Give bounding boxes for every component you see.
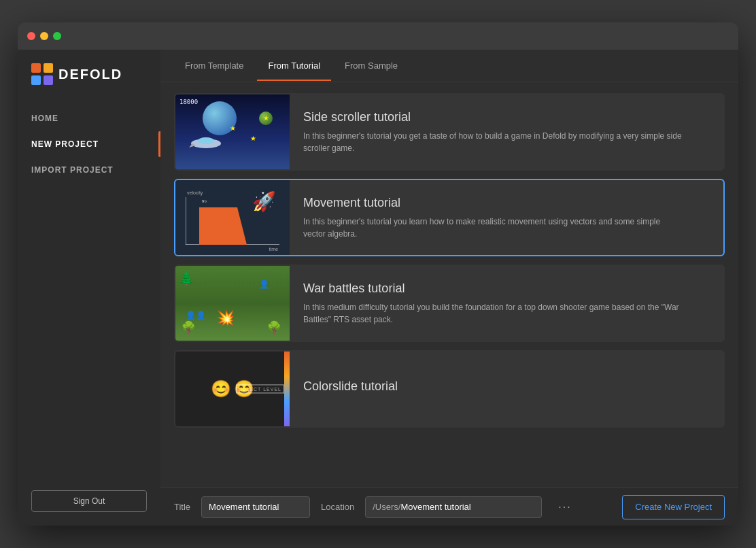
tutorial-description: In this medium difficulty tutorial you b… [303, 301, 684, 326]
location-suffix: Movement tutorial [400, 502, 470, 512]
svg-rect-2 [31, 75, 41, 85]
location-browse-button[interactable]: ··· [553, 498, 577, 516]
tutorial-description: In this beginner's tutorial you learn ho… [303, 216, 684, 240]
traffic-lights [27, 32, 61, 40]
sidebar-item-new-project[interactable]: NEW PROJECT [18, 131, 160, 157]
sign-out-button[interactable]: Sign Out [31, 490, 147, 512]
tutorial-thumb-side-scroller: 18000 ★ ★ ★ [175, 95, 290, 169]
tutorial-info-war-battles: War battles tutorial In this medium diff… [290, 266, 698, 341]
tutorial-description: In this beginner's tutorial you get a ta… [303, 130, 684, 154]
titlebar [18, 22, 738, 50]
main-layout: DEFOLD HOME NEW PROJECT IMPORT PROJECT S… [18, 50, 738, 526]
tutorial-thumb-war-battles: 🌳 🌳 🌲 💥 👤 👤 👤 [175, 266, 290, 341]
tutorial-list: 18000 ★ ★ ★ [160, 82, 738, 487]
sidebar-item-import-project[interactable]: IMPORT PROJECT [18, 157, 160, 183]
tutorial-card-war-battles[interactable]: 🌳 🌳 🌲 💥 👤 👤 👤 War battles tutorial In th… [174, 264, 725, 342]
svg-rect-3 [44, 75, 53, 85]
tab-from-tutorial[interactable]: From Tutorial [257, 51, 331, 80]
app-window: DEFOLD HOME NEW PROJECT IMPORT PROJECT S… [18, 22, 738, 526]
svg-point-5 [198, 137, 214, 144]
tab-from-template[interactable]: From Template [174, 51, 254, 80]
tutorial-info-colorslide: Colorslide tutorial [290, 352, 411, 426]
maximize-button[interactable] [53, 32, 61, 40]
tutorial-card-side-scroller[interactable]: 18000 ★ ★ ★ [174, 93, 725, 171]
title-label: Title [174, 502, 190, 512]
logo-text: DEFOLD [58, 67, 122, 82]
tutorial-title: Movement tutorial [303, 196, 684, 210]
spaceship-decoration [189, 135, 223, 149]
content-area: From Template From Tutorial From Sample … [160, 50, 738, 526]
tutorial-info-side-scroller: Side scroller tutorial In this beginner'… [290, 95, 698, 169]
tutorial-title: Side scroller tutorial [303, 110, 684, 124]
minimize-button[interactable] [40, 32, 48, 40]
sidebar-bottom: Sign Out [18, 477, 160, 526]
tutorial-card-movement[interactable]: velocity time v₀ 🚀 Movement tutorial In … [174, 179, 725, 256]
location-prefix: /Users/ [373, 502, 400, 512]
tutorial-title: War battles tutorial [303, 281, 684, 296]
bottom-bar: Title Location /Users/Movement tutorial … [160, 487, 738, 526]
defold-logo-icon [31, 63, 53, 85]
sidebar: DEFOLD HOME NEW PROJECT IMPORT PROJECT S… [18, 50, 160, 526]
tutorial-card-colorslide[interactable]: 😊 😊 SELECT LEVEL Colorslide tutorial [174, 350, 725, 428]
logo-area: DEFOLD [18, 63, 160, 105]
tutorial-thumb-colorslide: 😊 😊 SELECT LEVEL [175, 352, 290, 426]
tutorial-title: Colorslide tutorial [303, 379, 398, 394]
title-input[interactable] [201, 496, 310, 518]
tutorial-info-movement: Movement tutorial In this beginner's tut… [290, 180, 698, 255]
svg-rect-0 [31, 63, 41, 73]
location-label: Location [321, 502, 354, 512]
location-display: /Users/Movement tutorial [365, 496, 542, 518]
tabs-bar: From Template From Tutorial From Sample [160, 50, 738, 82]
tutorial-thumb-movement: velocity time v₀ 🚀 [175, 180, 290, 255]
close-button[interactable] [27, 32, 35, 40]
sidebar-nav: HOME NEW PROJECT IMPORT PROJECT [18, 105, 160, 183]
sidebar-item-home[interactable]: HOME [18, 105, 160, 131]
create-new-project-button[interactable]: Create New Project [622, 495, 725, 519]
svg-rect-1 [44, 63, 53, 73]
tab-from-sample[interactable]: From Sample [334, 51, 409, 80]
